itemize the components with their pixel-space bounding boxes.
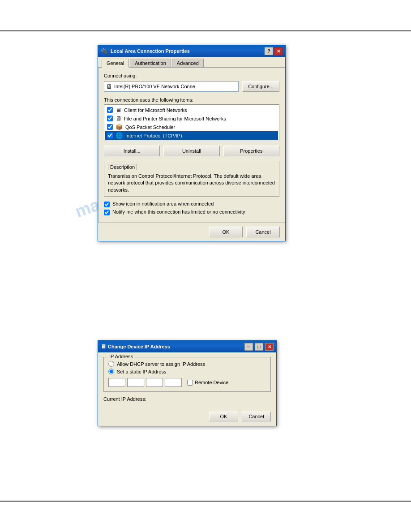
current-ip-label: Current IP Address: bbox=[103, 396, 146, 402]
tcpip-checkbox[interactable] bbox=[107, 133, 113, 138]
notify-checkbox[interactable] bbox=[104, 210, 110, 215]
list-item-tcpip[interactable]: 🌐 Internet Protocol (TCP/IP) bbox=[105, 131, 278, 140]
client-checkbox[interactable] bbox=[107, 107, 113, 113]
dialog2-titlebar[interactable]: 🖥 Change Device IP Address ─ □ ✕ bbox=[98, 341, 276, 352]
dialog1-content: Connect using: 🖥 Intel(R) PRO/100 VE Net… bbox=[98, 67, 285, 223]
qos-icon: 📦 bbox=[116, 124, 123, 130]
ip-fields-row: Remote Device bbox=[108, 378, 266, 387]
dialog2-content: IP Address Allow DHCP server to assign I… bbox=[98, 352, 276, 410]
items-label: This connection uses the following items… bbox=[104, 97, 279, 103]
dialog1-title: Local Area Connection Properties bbox=[111, 48, 265, 54]
static-radio-row[interactable]: Set a static IP Address bbox=[108, 369, 266, 374]
show-icon-checkbox[interactable] bbox=[104, 202, 110, 207]
install-button[interactable]: Install... bbox=[104, 146, 160, 156]
sharing-label: File and Printer Sharing for Microsoft N… bbox=[124, 116, 226, 121]
static-label: Set a static IP Address bbox=[117, 369, 166, 374]
tab-authentication[interactable]: Authentication bbox=[130, 59, 171, 67]
list-item-client[interactable]: 🖥 Client for Microsoft Networks bbox=[105, 106, 278, 114]
dialog2-maximize-button[interactable]: □ bbox=[255, 343, 263, 351]
dialog2-footer: OK Cancel bbox=[98, 410, 276, 426]
dialog2-cancel-button[interactable]: Cancel bbox=[242, 412, 271, 421]
remote-device-checkbox-row: Remote Device bbox=[187, 380, 228, 386]
adapter-icon: 🖥 bbox=[106, 83, 112, 90]
description-group: Description Transmission Control Protoco… bbox=[104, 161, 279, 197]
tcpip-label: Internet Protocol (TCP/IP) bbox=[125, 133, 182, 138]
description-text: Transmission Control Protocol/Internet P… bbox=[108, 171, 275, 193]
action-buttons: Install... Uninstall Properties bbox=[104, 146, 279, 156]
tab-advanced[interactable]: Advanced bbox=[172, 59, 204, 67]
list-item-sharing[interactable]: 🖥 File and Printer Sharing for Microsoft… bbox=[105, 114, 278, 123]
client-icon: 🖥 bbox=[116, 107, 121, 113]
dialog2-ok-button[interactable]: OK bbox=[209, 412, 238, 421]
dhcp-radio[interactable] bbox=[108, 361, 114, 367]
dialog2-close-button[interactable]: ✕ bbox=[265, 343, 274, 351]
tab-general[interactable]: General bbox=[102, 59, 129, 68]
static-radio[interactable] bbox=[108, 369, 114, 374]
qos-checkbox[interactable] bbox=[107, 124, 113, 130]
dialog1-help-button[interactable]: ? bbox=[265, 47, 273, 55]
dialog-local-area-connection: 🔌 Local Area Connection Properties ? ✕ G… bbox=[98, 45, 286, 241]
dialog1-ok-button[interactable]: OK bbox=[209, 227, 243, 237]
adapter-field: 🖥 Intel(R) PRO/100 VE Network Conne bbox=[104, 81, 239, 92]
dialog1-close-button[interactable]: ✕ bbox=[274, 47, 283, 55]
ip-octet-3[interactable] bbox=[146, 378, 163, 387]
sharing-icon: 🖥 bbox=[116, 115, 121, 122]
dialog1-footer: OK Cancel bbox=[98, 223, 285, 241]
dialog-change-device-ip: 🖥 Change Device IP Address ─ □ ✕ IP Addr… bbox=[98, 340, 277, 426]
dhcp-radio-row[interactable]: Allow DHCP server to assign IP Address bbox=[108, 361, 266, 367]
properties-button[interactable]: Properties bbox=[223, 146, 279, 156]
dialog1-cancel-button[interactable]: Cancel bbox=[246, 227, 280, 237]
dhcp-label: Allow DHCP server to assign IP Address bbox=[117, 361, 205, 367]
remote-device-label: Remote Device bbox=[195, 380, 228, 385]
dialog2-title: Change Device IP Address bbox=[108, 344, 244, 349]
ip-octet-2[interactable] bbox=[127, 378, 144, 387]
tcpip-icon: 🌐 bbox=[116, 132, 123, 139]
bottom-divider bbox=[0, 501, 411, 502]
sharing-checkbox[interactable] bbox=[107, 116, 113, 121]
connect-using-label: Connect using: bbox=[104, 73, 279, 78]
qos-label: QoS Packet Scheduler bbox=[125, 124, 175, 130]
ip-group-legend: IP Address bbox=[107, 354, 135, 359]
notify-label: Notify me when this connection has limit… bbox=[112, 209, 245, 215]
ip-octet-4[interactable] bbox=[165, 378, 182, 387]
description-legend: Description bbox=[108, 164, 137, 170]
dialog2-minimize-button[interactable]: ─ bbox=[244, 343, 253, 351]
show-icon-label: Show icon in notification area when conn… bbox=[112, 201, 214, 206]
top-divider bbox=[0, 30, 411, 31]
dialog2-titlebar-buttons: ─ □ ✕ bbox=[244, 343, 274, 351]
items-list: 🖥 Client for Microsoft Networks 🖥 File a… bbox=[104, 104, 279, 141]
checkbox-notify-row: Notify me when this connection has limit… bbox=[104, 209, 279, 215]
dialog1-tabs: General Authentication Advanced bbox=[98, 57, 285, 67]
configure-button[interactable]: Configure... bbox=[242, 81, 279, 92]
checkbox-notification-row: Show icon in notification area when conn… bbox=[104, 201, 279, 207]
ip-address-group: IP Address Allow DHCP server to assign I… bbox=[103, 357, 271, 392]
client-label: Client for Microsoft Networks bbox=[124, 107, 187, 113]
dialog1-titlebar-buttons: ? ✕ bbox=[265, 47, 283, 55]
remote-device-checkbox[interactable] bbox=[187, 380, 193, 386]
current-ip-row: Current IP Address: bbox=[103, 396, 271, 402]
list-item-qos[interactable]: 📦 QoS Packet Scheduler bbox=[105, 123, 278, 131]
dialog2-title-icon: 🖥 bbox=[101, 343, 106, 350]
dialog1-titlebar[interactable]: 🔌 Local Area Connection Properties ? ✕ bbox=[98, 45, 285, 57]
connect-using-row: 🖥 Intel(R) PRO/100 VE Network Conne Conf… bbox=[104, 81, 279, 92]
dialog1-title-icon: 🔌 bbox=[101, 48, 108, 55]
adapter-text: Intel(R) PRO/100 VE Network Conne bbox=[114, 84, 195, 89]
uninstall-button[interactable]: Uninstall bbox=[163, 146, 219, 156]
ip-octet-1[interactable] bbox=[108, 378, 125, 387]
